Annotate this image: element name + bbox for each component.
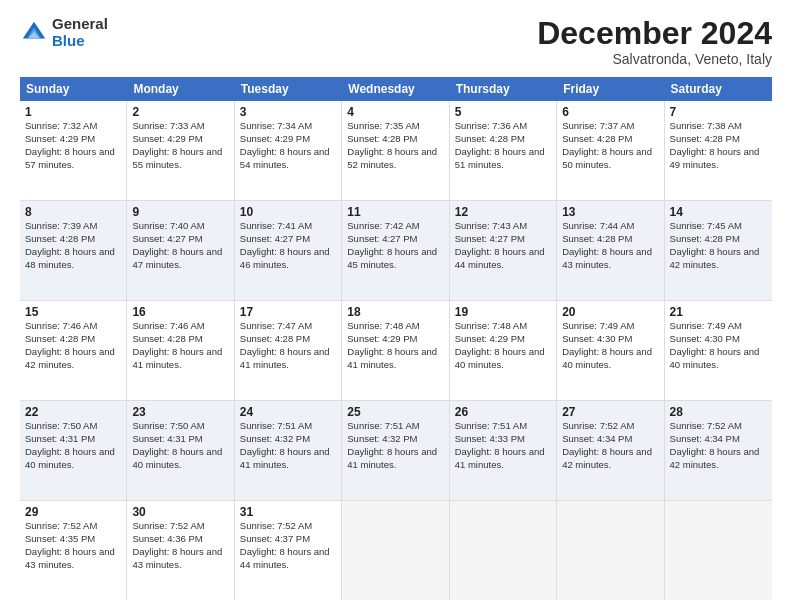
day-number: 9	[132, 205, 228, 219]
sunset-line: Sunset: 4:34 PM	[670, 433, 767, 446]
sunrise-line: Sunrise: 7:35 AM	[347, 120, 443, 133]
month-title: December 2024	[537, 16, 772, 51]
header-tuesday: Tuesday	[235, 77, 342, 101]
sunrise-line: Sunrise: 7:52 AM	[25, 520, 121, 533]
sunrise-line: Sunrise: 7:51 AM	[347, 420, 443, 433]
day-number: 25	[347, 405, 443, 419]
sunset-line: Sunset: 4:28 PM	[670, 233, 767, 246]
daylight-label: Daylight: 8 hours and 50 minutes.	[562, 146, 658, 172]
daylight-label: Daylight: 8 hours and 41 minutes.	[132, 346, 228, 372]
daylight-label: Daylight: 8 hours and 41 minutes.	[240, 446, 336, 472]
sunset-line: Sunset: 4:28 PM	[240, 333, 336, 346]
day-number: 5	[455, 105, 551, 119]
cal-cell-w1-d4: 5 Sunrise: 7:36 AM Sunset: 4:28 PM Dayli…	[450, 101, 557, 200]
sunset-line: Sunset: 4:29 PM	[240, 133, 336, 146]
cal-cell-w3-d4: 19 Sunrise: 7:48 AM Sunset: 4:29 PM Dayl…	[450, 301, 557, 400]
sunrise-line: Sunrise: 7:33 AM	[132, 120, 228, 133]
daylight-label: Daylight: 8 hours and 54 minutes.	[240, 146, 336, 172]
cal-cell-w1-d0: 1 Sunrise: 7:32 AM Sunset: 4:29 PM Dayli…	[20, 101, 127, 200]
sunrise-line: Sunrise: 7:39 AM	[25, 220, 121, 233]
daylight-label: Daylight: 8 hours and 52 minutes.	[347, 146, 443, 172]
day-number: 12	[455, 205, 551, 219]
day-number: 19	[455, 305, 551, 319]
daylight-label: Daylight: 8 hours and 49 minutes.	[670, 146, 767, 172]
cal-cell-w3-d3: 18 Sunrise: 7:48 AM Sunset: 4:29 PM Dayl…	[342, 301, 449, 400]
daylight-label: Daylight: 8 hours and 41 minutes.	[240, 346, 336, 372]
daylight-label: Daylight: 8 hours and 48 minutes.	[25, 246, 121, 272]
sunset-line: Sunset: 4:33 PM	[455, 433, 551, 446]
sunrise-line: Sunrise: 7:36 AM	[455, 120, 551, 133]
cal-cell-w4-d4: 26 Sunrise: 7:51 AM Sunset: 4:33 PM Dayl…	[450, 401, 557, 500]
sunset-line: Sunset: 4:37 PM	[240, 533, 336, 546]
daylight-label: Daylight: 8 hours and 47 minutes.	[132, 246, 228, 272]
sunrise-line: Sunrise: 7:42 AM	[347, 220, 443, 233]
daylight-label: Daylight: 8 hours and 42 minutes.	[670, 246, 767, 272]
sunset-line: Sunset: 4:27 PM	[347, 233, 443, 246]
sunset-line: Sunset: 4:27 PM	[240, 233, 336, 246]
cal-cell-w4-d1: 23 Sunrise: 7:50 AM Sunset: 4:31 PM Dayl…	[127, 401, 234, 500]
sunrise-line: Sunrise: 7:51 AM	[240, 420, 336, 433]
day-number: 8	[25, 205, 121, 219]
daylight-label: Daylight: 8 hours and 57 minutes.	[25, 146, 121, 172]
day-number: 14	[670, 205, 767, 219]
week-row-1: 1 Sunrise: 7:32 AM Sunset: 4:29 PM Dayli…	[20, 101, 772, 201]
day-number: 22	[25, 405, 121, 419]
daylight-label: Daylight: 8 hours and 41 minutes.	[455, 446, 551, 472]
day-number: 2	[132, 105, 228, 119]
cal-cell-w5-d1: 30 Sunrise: 7:52 AM Sunset: 4:36 PM Dayl…	[127, 501, 234, 600]
sunset-line: Sunset: 4:28 PM	[670, 133, 767, 146]
logo: General Blue	[20, 16, 108, 49]
week-row-5: 29 Sunrise: 7:52 AM Sunset: 4:35 PM Dayl…	[20, 501, 772, 600]
cal-cell-w2-d1: 9 Sunrise: 7:40 AM Sunset: 4:27 PM Dayli…	[127, 201, 234, 300]
daylight-label: Daylight: 8 hours and 40 minutes.	[132, 446, 228, 472]
logo-blue-text: Blue	[52, 33, 108, 50]
sunrise-line: Sunrise: 7:52 AM	[670, 420, 767, 433]
sunrise-line: Sunrise: 7:52 AM	[562, 420, 658, 433]
cal-cell-w5-d6	[665, 501, 772, 600]
day-number: 20	[562, 305, 658, 319]
sunrise-line: Sunrise: 7:44 AM	[562, 220, 658, 233]
cal-cell-w4-d2: 24 Sunrise: 7:51 AM Sunset: 4:32 PM Dayl…	[235, 401, 342, 500]
logo-icon	[20, 19, 48, 47]
sunrise-line: Sunrise: 7:48 AM	[455, 320, 551, 333]
sunset-line: Sunset: 4:36 PM	[132, 533, 228, 546]
day-number: 11	[347, 205, 443, 219]
daylight-label: Daylight: 8 hours and 46 minutes.	[240, 246, 336, 272]
daylight-label: Daylight: 8 hours and 43 minutes.	[25, 546, 121, 572]
sunset-line: Sunset: 4:28 PM	[455, 133, 551, 146]
header-monday: Monday	[127, 77, 234, 101]
cal-cell-w5-d5	[557, 501, 664, 600]
day-number: 15	[25, 305, 121, 319]
daylight-label: Daylight: 8 hours and 45 minutes.	[347, 246, 443, 272]
day-number: 3	[240, 105, 336, 119]
sunrise-line: Sunrise: 7:32 AM	[25, 120, 121, 133]
sunrise-line: Sunrise: 7:40 AM	[132, 220, 228, 233]
sunset-line: Sunset: 4:28 PM	[25, 333, 121, 346]
cal-cell-w3-d1: 16 Sunrise: 7:46 AM Sunset: 4:28 PM Dayl…	[127, 301, 234, 400]
day-number: 23	[132, 405, 228, 419]
sunset-line: Sunset: 4:27 PM	[455, 233, 551, 246]
sunrise-line: Sunrise: 7:43 AM	[455, 220, 551, 233]
sunrise-line: Sunrise: 7:52 AM	[240, 520, 336, 533]
daylight-label: Daylight: 8 hours and 43 minutes.	[132, 546, 228, 572]
sunset-line: Sunset: 4:29 PM	[132, 133, 228, 146]
logo-text: General Blue	[52, 16, 108, 49]
sunrise-line: Sunrise: 7:41 AM	[240, 220, 336, 233]
sunrise-line: Sunrise: 7:50 AM	[132, 420, 228, 433]
cal-cell-w2-d4: 12 Sunrise: 7:43 AM Sunset: 4:27 PM Dayl…	[450, 201, 557, 300]
cal-cell-w5-d0: 29 Sunrise: 7:52 AM Sunset: 4:35 PM Dayl…	[20, 501, 127, 600]
day-number: 29	[25, 505, 121, 519]
header-friday: Friday	[557, 77, 664, 101]
sunset-line: Sunset: 4:35 PM	[25, 533, 121, 546]
page: General Blue December 2024 Salvatronda, …	[0, 0, 792, 612]
sunset-line: Sunset: 4:32 PM	[347, 433, 443, 446]
sunrise-line: Sunrise: 7:34 AM	[240, 120, 336, 133]
daylight-label: Daylight: 8 hours and 40 minutes.	[455, 346, 551, 372]
day-number: 16	[132, 305, 228, 319]
day-number: 24	[240, 405, 336, 419]
cal-cell-w4-d0: 22 Sunrise: 7:50 AM Sunset: 4:31 PM Dayl…	[20, 401, 127, 500]
sunset-line: Sunset: 4:29 PM	[25, 133, 121, 146]
sunrise-line: Sunrise: 7:38 AM	[670, 120, 767, 133]
sunrise-line: Sunrise: 7:45 AM	[670, 220, 767, 233]
daylight-label: Daylight: 8 hours and 41 minutes.	[347, 346, 443, 372]
